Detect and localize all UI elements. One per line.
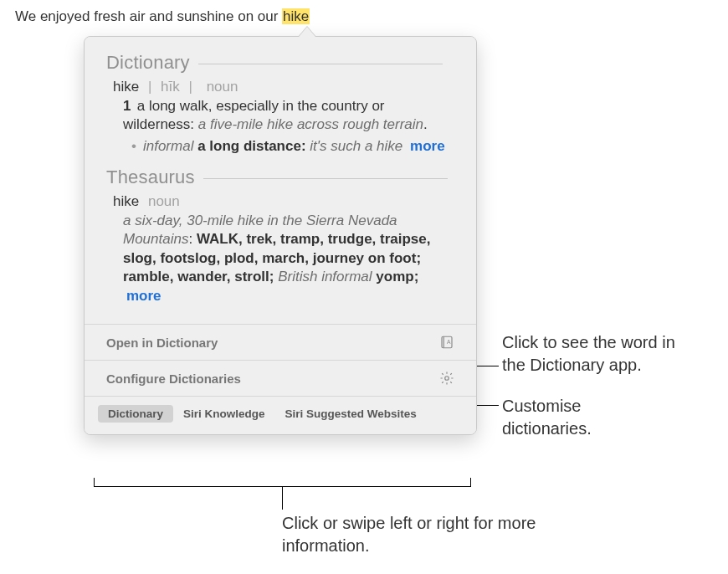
usage-label: informal: [143, 138, 193, 154]
pronunciation: hīk: [161, 79, 180, 95]
definition-block: 1 a long walk, especially in the country…: [113, 95, 454, 135]
period: .: [423, 116, 428, 132]
synonym-primary: WALK: [197, 231, 238, 247]
thesaurus-entry: hike noun a six-day, 30-mile hike in the…: [106, 192, 454, 317]
highlighted-word[interactable]: hike: [282, 8, 310, 24]
part-of-speech: noun: [207, 79, 238, 95]
sub-definition-text: a long distance:: [197, 138, 305, 154]
callout-open-in-dictionary: Click to see the word in the Dictionary …: [502, 331, 703, 377]
open-in-dictionary-button[interactable]: Open in Dictionary A: [85, 324, 476, 360]
svg-point-3: [445, 377, 449, 381]
part-of-speech: noun: [148, 193, 180, 209]
popover-content: Dictionary hike | hīk | noun 1 a long wa…: [85, 37, 476, 324]
divider: [203, 178, 448, 179]
headword: hike: [113, 193, 139, 209]
dictionary-heading-label: Dictionary: [106, 52, 190, 73]
separator: |: [189, 79, 192, 95]
thesaurus-headword-line: hike noun: [113, 193, 454, 210]
thesaurus-heading-label: Thesaurus: [106, 167, 195, 187]
callout-line: [282, 486, 283, 510]
tab-dictionary[interactable]: Dictionary: [98, 405, 173, 423]
headword: hike: [113, 79, 139, 95]
dictionary-app-icon: A: [439, 335, 454, 350]
thesaurus-heading: Thesaurus: [106, 167, 454, 188]
gear-icon: [439, 371, 454, 386]
more-link[interactable]: more: [126, 288, 161, 304]
synonym-list: ,: [238, 231, 246, 247]
source-tabs: Dictionary Siri Knowledge Siri Suggested…: [85, 396, 476, 434]
usage-label: British informal: [278, 269, 372, 284]
tab-siri-knowledge[interactable]: Siri Knowledge: [173, 405, 275, 423]
sentence-text: We enjoyed fresh air and sunshine on our: [15, 8, 282, 24]
callout-tick: [470, 478, 471, 486]
configure-dictionaries-button[interactable]: Configure Dictionaries: [85, 360, 476, 396]
dictionary-entry: hike | hīk | noun 1 a long walk, especia…: [106, 77, 454, 167]
sub-definition: •informal a long distance: it's such a h…: [113, 135, 454, 155]
bullet-icon: •: [131, 138, 136, 154]
tab-siri-suggested-websites[interactable]: Siri Suggested Websites: [275, 405, 427, 423]
configure-dictionaries-label: Configure Dictionaries: [106, 372, 241, 386]
callout-configure: Customise dictionaries.: [502, 395, 669, 440]
divider: [198, 64, 443, 64]
callout-tick: [94, 478, 95, 486]
source-sentence: We enjoyed fresh air and sunshine on our…: [15, 8, 310, 25]
svg-text:A: A: [447, 339, 451, 345]
dictionary-heading: Dictionary: [106, 52, 454, 74]
popover-pointer: [299, 27, 315, 37]
callout-tabs: Click or swipe left or right for more in…: [282, 512, 567, 557]
synonym-regional: yomp;: [376, 269, 418, 284]
separator: |: [148, 79, 151, 95]
dictionary-headword-line: hike | hīk | noun: [113, 79, 454, 95]
lookup-popover: Dictionary hike | hīk | noun 1 a long wa…: [84, 36, 477, 435]
more-link[interactable]: more: [410, 138, 445, 154]
sense-number: 1: [123, 97, 133, 115]
thesaurus-block: a six-day, 30-mile hike in the Sierra Ne…: [113, 210, 454, 305]
open-in-dictionary-label: Open in Dictionary: [106, 336, 218, 350]
definition-example: a five-mile hike across rough terrain: [198, 116, 423, 132]
sub-definition-example: it's such a hike: [310, 138, 402, 154]
